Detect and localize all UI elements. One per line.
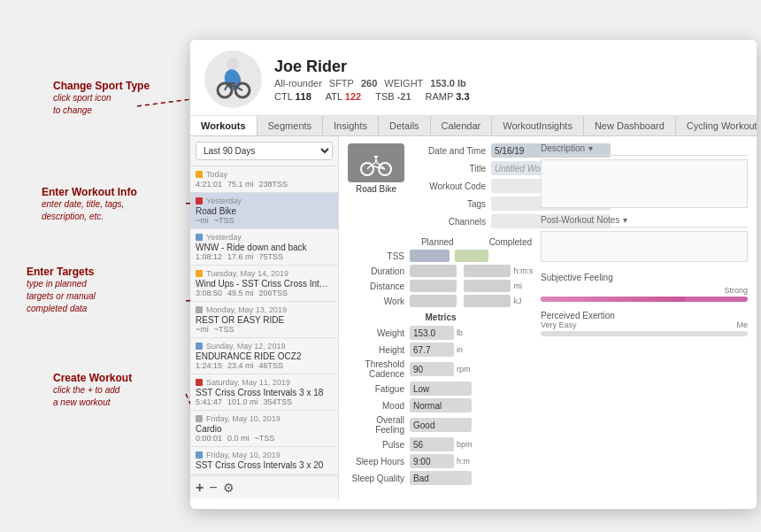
feeling-input[interactable] <box>410 418 472 432</box>
annotation-change-sport: Change Sport Type click sport iconto cha… <box>53 80 150 117</box>
work-planned-bar <box>410 295 457 307</box>
completed-header: Completed <box>489 237 532 247</box>
ann-sub-enter-targets: type in plannedtargets or manualcomplete… <box>27 278 96 315</box>
subjective-feeling-section: Subjective Feeling Strong <box>541 273 748 302</box>
tab-details[interactable]: Details <box>379 116 431 135</box>
workout-name: Road Bike <box>196 206 333 216</box>
detail-right: Description ▾ Post-Workout Notes ▾ Subje… <box>541 143 748 488</box>
settings-button[interactable]: ⚙ <box>223 481 234 495</box>
description-header[interactable]: Description ▾ <box>541 143 748 156</box>
tab-workouts[interactable]: Workouts <box>190 116 258 135</box>
workout-name: REST OR EASY RIDE <box>196 315 333 325</box>
metrics-title: Metrics <box>348 312 534 322</box>
day-color-indicator <box>196 451 203 459</box>
profile-name: Joe Rider <box>274 58 470 76</box>
list-item[interactable]: Friday, May 10, 2019 SST Criss Cross Int… <box>190 447 338 474</box>
list-item[interactable]: Tuesday, May 14, 2019 Wind Ups - SST Cri… <box>190 266 338 302</box>
distance-completed-bar <box>464 280 511 292</box>
list-item[interactable]: Monday, May 13, 2019 REST OR EASY RIDE ~… <box>190 302 338 338</box>
tab-insights[interactable]: Insights <box>323 116 379 135</box>
ann-sub-change-sport: click sport iconto change <box>53 92 150 117</box>
atl-metric: ATL 122 <box>326 91 361 102</box>
fatigue-metric-row: Fatigue <box>348 382 534 396</box>
list-item[interactable]: Today 4:21:01 75.1 mi 238TSS <box>190 166 338 193</box>
workout-stats: 5:41:47 101.0 mi 354TSS <box>196 397 333 406</box>
strong-label: Strong <box>724 286 748 295</box>
tab-cycling-dashboard[interactable]: Cycling Workout Dashboard <box>676 116 757 135</box>
workout-list: Last 90 Days Today 4:21:01 75.1 mi 238TS… <box>190 136 339 499</box>
sleep-hours-input[interactable] <box>410 454 454 468</box>
work-completed-bar <box>464 295 511 307</box>
day-color-indicator <box>196 379 203 386</box>
weight-value: 153.0 lb <box>430 78 465 89</box>
annotation-enter-targets: Enter Targets type in plannedtargets or … <box>27 266 96 315</box>
duration-completed-bar <box>464 265 511 277</box>
cadence-input[interactable] <box>410 362 454 376</box>
svg-point-4 <box>227 58 239 70</box>
filter-row: Last 90 Days <box>190 136 338 166</box>
list-item[interactable]: Sunday, May 12, 2019 ENDURANCE RIDE OCZ2… <box>190 338 338 374</box>
tab-segments[interactable]: Segments <box>258 116 324 135</box>
sleep-hours-row: Sleep Hours h:m <box>348 454 534 468</box>
me-label: Me <box>736 320 748 329</box>
metrics-section: Metrics Weight lb Height in Thre <box>348 312 534 485</box>
day-label: Saturday, May 11, 2019 <box>196 378 333 387</box>
ann-title-enter-info: Enter Workout Info <box>42 186 137 198</box>
app-window: Joe Rider All-rounder SFTP 260 WEIGHT 15… <box>190 40 757 509</box>
day-label: Today <box>196 170 333 179</box>
cyclist-svg <box>209 55 258 104</box>
fatigue-input[interactable] <box>410 382 472 396</box>
tss-row: TSS <box>348 250 534 262</box>
day-label: Yesterday <box>196 233 333 242</box>
weight-input[interactable] <box>410 326 454 340</box>
list-footer: + − ⚙ <box>190 475 338 499</box>
tab-calendar[interactable]: Calendar <box>431 116 493 135</box>
sleep-quality-input[interactable] <box>410 471 472 485</box>
height-input[interactable] <box>410 343 454 357</box>
profile-info: Joe Rider All-rounder SFTP 260 WEIGHT 15… <box>274 58 470 102</box>
tab-new-dashboard[interactable]: New Dashboard <box>584 116 676 135</box>
tsb-metric: TSB -21 <box>375 91 411 102</box>
weight-metric-row: Weight lb <box>348 326 534 340</box>
workout-name: SST Criss Cross Intervals 3 x 18 <box>196 388 333 397</box>
post-workout-chevron-icon: ▾ <box>623 215 627 225</box>
perceived-exertion-bar <box>541 331 748 336</box>
profile-header: Joe Rider All-rounder SFTP 260 WEIGHT 15… <box>190 40 757 116</box>
add-workout-button[interactable]: + <box>196 480 204 496</box>
list-item[interactable]: Friday, May 10, 2019 Cardio 0:00:01 0.0 … <box>190 411 338 447</box>
ann-title-change-sport: Change Sport Type <box>53 80 150 92</box>
list-item[interactable]: Yesterday WNW - Ride down and back 1:08:… <box>190 229 338 266</box>
list-item[interactable]: Saturday, May 11, 2019 SST Criss Cross I… <box>190 374 338 411</box>
ann-title-create-workout: Create Workout <box>53 372 132 384</box>
post-workout-header[interactable]: Post-Workout Notes ▾ <box>541 215 748 227</box>
description-textarea[interactable] <box>541 159 748 208</box>
height-metric-row: Height in <box>348 343 534 357</box>
workout-name: WNW - Ride down and back <box>196 243 333 252</box>
perceived-exertion-section: Perceived Exertion Very Easy Me <box>541 311 748 336</box>
mood-metric-row: Mood <box>348 398 534 412</box>
bike-label: Road Bike <box>356 184 396 194</box>
day-color-indicator <box>196 343 203 350</box>
sleep-quality-row: Sleep Quality <box>348 471 534 485</box>
bike-icon[interactable] <box>348 143 404 182</box>
detail-left: Road Bike Date and Time Title <box>348 143 534 488</box>
profile-stats: All-rounder SFTP 260 WEIGHT 153.0 lb <box>274 78 470 89</box>
detail-panel: Road Bike Date and Time Title <box>339 136 757 499</box>
bike-icon-box: Road Bike <box>348 143 404 194</box>
cadence-metric-row: Threshold Cadence rpm <box>348 359 534 379</box>
list-item[interactable]: Yesterday Road Bike ~mi ~TSS <box>190 193 338 229</box>
tss-completed-bar <box>455 250 488 262</box>
date-filter-select[interactable]: Last 90 Days <box>196 142 333 160</box>
mood-input[interactable] <box>410 398 472 412</box>
avatar[interactable] <box>204 50 262 108</box>
day-label: Yesterday <box>196 197 333 205</box>
annotation-enter-info: Enter Workout Info enter date, title, ta… <box>42 186 137 223</box>
detail-cols: Road Bike Date and Time Title <box>348 143 748 488</box>
workout-stats: ~mi ~TSS <box>196 325 333 334</box>
remove-workout-button[interactable]: − <box>209 480 217 496</box>
pulse-input[interactable] <box>410 437 454 451</box>
post-workout-textarea[interactable] <box>541 231 748 262</box>
ann-sub-enter-info: enter date, title, tags,description, etc… <box>42 198 137 223</box>
tab-workout-insights[interactable]: WorkoutInsights <box>492 116 584 135</box>
duration-planned-bar <box>410 265 457 277</box>
